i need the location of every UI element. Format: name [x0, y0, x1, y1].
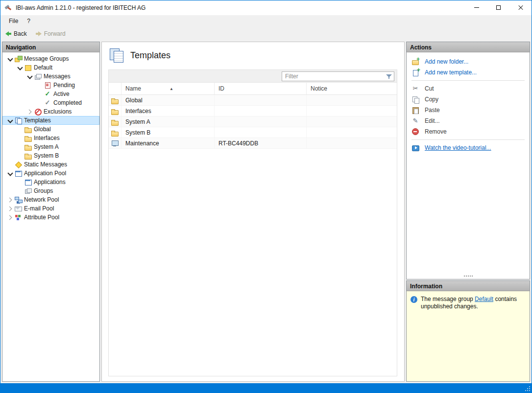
cell-notice [307, 116, 397, 127]
tree-item-global[interactable]: Global [2, 125, 99, 134]
templates-icon [14, 116, 22, 124]
table-row-global[interactable]: Global [109, 95, 397, 106]
tree-item-groups[interactable]: Groups [2, 186, 99, 195]
tree-item-label: Default [34, 64, 52, 71]
tree-item-applications[interactable]: Applications [2, 178, 99, 186]
maximize-button[interactable] [487, 0, 509, 15]
column-header-notice[interactable]: Notice [307, 83, 397, 94]
action-copy[interactable]: Copy [407, 94, 530, 105]
tree-item-label: Templates [24, 117, 51, 124]
tree-item-messages[interactable]: Messages [2, 72, 99, 81]
main-header: Templates [108, 46, 397, 69]
close-button[interactable] [509, 0, 532, 15]
chevron-right-icon[interactable] [6, 213, 14, 221]
chevron-down-icon[interactable] [6, 55, 14, 63]
default-group-link[interactable]: Default [475, 296, 493, 302]
column-header-id[interactable]: ID [215, 83, 307, 94]
action-edit[interactable]: Edit... [407, 116, 530, 126]
tree-item-network-pool[interactable]: Network Pool [2, 195, 99, 204]
tree-item-interfaces[interactable]: Interfaces [2, 134, 99, 142]
table-row-interfaces[interactable]: Interfaces [109, 106, 397, 116]
filter-funnel-icon[interactable] [385, 72, 394, 80]
tree-item-pending[interactable]: Pending [2, 81, 99, 90]
cell-id [215, 106, 307, 116]
information-header: Information [407, 281, 530, 291]
static-messages-icon [14, 161, 22, 168]
menu-file[interactable]: File [4, 16, 23, 26]
sort-ascending-icon: ▲ [169, 87, 173, 91]
chevron-down-icon[interactable] [6, 116, 14, 124]
filter-input[interactable] [282, 73, 385, 80]
action-remove[interactable]: Remove [407, 126, 530, 137]
tree-item-system-a[interactable]: System A [2, 142, 99, 151]
table-body: GlobalInterfacesSystem ASystem BMaintena… [109, 95, 397, 149]
content-area: Navigation Message GroupsDefaultMessages… [0, 40, 532, 383]
table-header-row: Name▲IDNotice [109, 83, 397, 95]
chevron-right-icon[interactable] [6, 196, 14, 204]
action-watch-the-video-tutorial[interactable]: Watch the video-tutorial... [407, 142, 530, 153]
tree-item-exclusions[interactable]: Exclusions [2, 107, 99, 116]
toolbar: Back Forward [0, 27, 532, 40]
tree-item-templates[interactable]: Templates [2, 116, 99, 125]
message-groups-icon [14, 55, 22, 63]
cell-id [215, 116, 307, 127]
table-row-maintenance[interactable]: MaintenanceRT-BC449DDB [109, 138, 397, 149]
action-cut[interactable]: Cut [407, 83, 530, 94]
tree-item-label: Attribute Pool [24, 214, 59, 221]
menu-help[interactable]: ? [23, 16, 35, 26]
add-folder-icon [411, 58, 419, 66]
action-label: Remove [425, 128, 447, 135]
tree-item-completed[interactable]: Completed [2, 98, 99, 107]
tree-item-attribute-pool[interactable]: Attribute Pool [2, 213, 99, 222]
action-add-new-template[interactable]: Add new template... [407, 67, 530, 78]
table-empty-area [109, 149, 397, 376]
minimize-button[interactable] [465, 0, 487, 15]
applications-icon [24, 178, 32, 186]
table-row-system-b[interactable]: System B [109, 127, 397, 138]
email-pool-icon [14, 205, 22, 212]
panel-splitter[interactable] [407, 273, 530, 279]
tree-item-message-groups[interactable]: Message Groups [2, 54, 99, 63]
template-icon [111, 139, 119, 147]
action-paste[interactable]: Paste [407, 105, 530, 116]
chevron-spacer [36, 99, 44, 107]
tree-item-label: E-mail Pool [24, 205, 54, 212]
chevron-down-icon[interactable] [26, 72, 34, 80]
resize-grip[interactable] [529, 390, 530, 391]
filter-band [109, 70, 397, 83]
column-header-name[interactable]: Name▲ [121, 83, 215, 94]
remove-icon [411, 128, 419, 136]
action-add-new-folder[interactable]: Add new folder... [407, 56, 530, 67]
tree-item-default[interactable]: Default [2, 63, 99, 72]
folder-icon [24, 125, 32, 133]
tree-item-system-b[interactable]: System B [2, 151, 99, 160]
tree-item-e-mail-pool[interactable]: E-mail Pool [2, 204, 99, 213]
chevron-spacer [16, 143, 24, 151]
information-body: The message group Default contains unpub… [407, 291, 530, 381]
forward-button[interactable]: Forward [34, 29, 67, 38]
chevron-down-icon[interactable] [6, 169, 14, 177]
chevron-right-icon[interactable] [26, 108, 34, 116]
cell-name: System A [121, 116, 215, 127]
column-header-label: Notice [311, 85, 327, 92]
maximize-icon [496, 5, 501, 10]
menu-bar: File ? [0, 15, 532, 27]
action-label: Watch the video-tutorial... [425, 144, 491, 151]
tree-item-active[interactable]: Active [2, 90, 99, 98]
chevron-down-icon[interactable] [16, 64, 24, 71]
back-button[interactable]: Back [4, 29, 28, 38]
folder-icon [24, 134, 32, 142]
cut-icon [411, 85, 419, 92]
action-label: Add new template... [425, 69, 477, 76]
chevron-spacer [16, 134, 24, 142]
tree-item-label: Applications [34, 179, 66, 185]
chevron-right-icon[interactable] [6, 205, 14, 212]
active-icon [44, 90, 51, 98]
group-icon [24, 64, 32, 71]
tree-item-static-messages[interactable]: Static Messages [2, 160, 99, 169]
column-header-label: Name [125, 85, 141, 92]
table-row-system-a[interactable]: System A [109, 116, 397, 127]
tree-item-application-pool[interactable]: Application Pool [2, 169, 99, 178]
cell-notice [307, 106, 397, 116]
network-pool-icon [14, 196, 22, 204]
